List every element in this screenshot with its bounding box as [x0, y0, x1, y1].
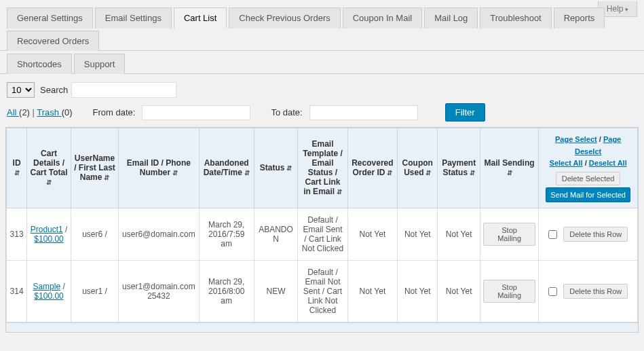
table-row: 313 Product1 / $100.00 user6 / user6@dom… [7, 208, 638, 260]
cell-actions: Delete this Row [539, 208, 638, 260]
cell-user: user1 / [71, 260, 118, 322]
th-status[interactable]: Status [254, 128, 298, 208]
cell-cart: Product1 / $100.00 [27, 208, 71, 260]
tab-check-previous-orders[interactable]: Check Previous Orders [229, 7, 340, 29]
stop-mailing-button[interactable]: Stop Mailing [483, 280, 535, 303]
row-checkbox[interactable] [548, 230, 557, 239]
cell-template: Default / Email Sent / Cart Link Not Cli… [298, 208, 347, 260]
cell-coupon: Not Yet [398, 208, 438, 260]
cell-date: March 29, 2016/8:00 am [199, 260, 254, 322]
product-link[interactable]: Sample [33, 282, 60, 291]
filter-links: All (2) | Trash (0) [7, 107, 73, 117]
th-template[interactable]: Email Template / Email Status / Cart Lin… [298, 128, 347, 208]
page-length-select[interactable]: 10 [7, 82, 35, 98]
th-id[interactable]: ID [7, 128, 27, 208]
cell-recov: Not Yet [347, 208, 397, 260]
tab-email-settings[interactable]: Email Settings [95, 7, 172, 29]
cell-status: NEW [254, 260, 298, 322]
cell-template: Default / Email Not Sent / Cart Link Not… [298, 260, 347, 322]
th-date[interactable]: Abandoned Date/Time [199, 128, 254, 208]
filter-button[interactable]: Filter [445, 103, 485, 122]
cell-email: user1@domain.com 25432 [119, 260, 200, 322]
delete-selected-button[interactable]: Delete Selected [556, 172, 621, 185]
cell-pay: Not Yet [438, 208, 480, 260]
filter-trash-link[interactable]: Trash [37, 107, 61, 117]
th-pay[interactable]: Payment Status [438, 128, 480, 208]
nav-tabs-row2: Shortcodes Support [0, 51, 644, 74]
search-label: Search [40, 85, 68, 95]
deselect-all-link[interactable]: Deselct All [589, 159, 627, 167]
from-date-label: From date: [93, 107, 136, 117]
product-link[interactable]: Product1 [31, 225, 63, 234]
page-select-link[interactable]: Page Select [555, 135, 597, 143]
cell-cart: Sample / $100.00 [27, 260, 71, 322]
tab-troubleshoot[interactable]: Troubleshoot [480, 7, 551, 29]
search-input[interactable] [71, 82, 176, 98]
th-mail[interactable]: Mail Sending [480, 128, 538, 208]
row-checkbox[interactable] [548, 287, 557, 296]
th-actions: Page Select / Page Deselct Select All / … [539, 128, 638, 208]
cart-list-table: ID Cart Details / Cart Total UserName / … [6, 128, 638, 322]
delete-row-button[interactable]: Delete this Row [563, 227, 628, 242]
cell-id: 313 [7, 208, 27, 260]
tab-general-settings[interactable]: General Settings [7, 7, 93, 29]
filter-all-link[interactable]: All [7, 107, 19, 117]
table-footer-strip [6, 322, 638, 332]
cell-user: user6 / [71, 208, 118, 260]
cell-status: ABANDON [254, 208, 298, 260]
tab-support[interactable]: Support [74, 54, 126, 74]
cell-recov: Not Yet [347, 260, 397, 322]
send-mail-selected-button[interactable]: Send Mail for Selected [546, 187, 630, 202]
th-cart[interactable]: Cart Details / Cart Total [27, 128, 71, 208]
select-all-link[interactable]: Select All [550, 159, 583, 167]
cell-id: 314 [7, 260, 27, 322]
cell-coupon: Not Yet [398, 260, 438, 322]
cell-date: March 29, 2016/7:59 am [199, 208, 254, 260]
cell-mail: Stop Mailing [480, 208, 538, 260]
cell-pay: Not Yet [438, 260, 480, 322]
cell-email: user6@domain.com [119, 208, 200, 260]
delete-row-button[interactable]: Delete this Row [563, 284, 628, 299]
to-date-label: To date: [271, 107, 302, 117]
tab-shortcodes[interactable]: Shortcodes [7, 54, 72, 74]
tab-mail-log[interactable]: Mail Log [424, 7, 478, 29]
cell-actions: Delete this Row [539, 260, 638, 322]
th-email[interactable]: Email ID / Phone Number [119, 128, 200, 208]
stop-mailing-button[interactable]: Stop Mailing [483, 223, 535, 246]
th-coupon[interactable]: Coupon Used [398, 128, 438, 208]
tab-cart-list[interactable]: Cart List [174, 7, 227, 29]
table-row: 314 Sample / $100.00 user1 / user1@domai… [7, 260, 638, 322]
to-date-input[interactable] [309, 105, 418, 120]
cart-total-link[interactable]: $100.00 [34, 234, 63, 244]
cart-total-link[interactable]: $100.00 [34, 291, 63, 301]
th-recov[interactable]: Recovered Order ID [347, 128, 397, 208]
cell-mail: Stop Mailing [480, 260, 538, 322]
tab-reports[interactable]: Reports [554, 7, 605, 29]
nav-tabs: General Settings Email Settings Cart Lis… [0, 0, 644, 51]
tab-recovered-orders[interactable]: Recovered Orders [7, 31, 99, 51]
from-date-input[interactable] [142, 105, 250, 120]
tab-coupon-in-mail[interactable]: Coupon In Mail [343, 7, 422, 29]
th-user[interactable]: UserName / First Last Name [71, 128, 118, 208]
